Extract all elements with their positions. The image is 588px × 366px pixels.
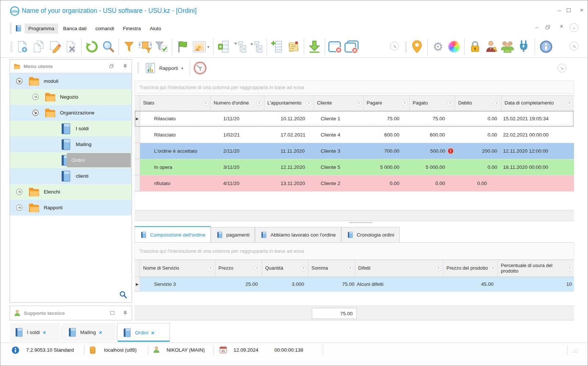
order-row[interactable]: In opera 3/11/20 12.11.2020 Cliente 5 5 …: [135, 159, 574, 175]
toolbar-overflow-icon[interactable]: ↘: [390, 42, 399, 50]
detail-row[interactable]: ▶ Servizio 3 25.00 3.000 75.00 Alcuni di…: [135, 277, 574, 292]
column-header-quantita[interactable]: Quantità: [262, 260, 309, 277]
tree-item-rapporti[interactable]: Rapporti: [10, 200, 132, 216]
info-icon[interactable]: [538, 38, 554, 56]
menubar-drag-handle[interactable]: [10, 23, 11, 34]
expand-tree-icon[interactable]: [248, 38, 264, 56]
image-icon[interactable]: ▾: [190, 38, 211, 56]
notes-icon[interactable]: [285, 38, 302, 56]
tree-item-clienti[interactable]: clienti: [10, 168, 132, 184]
minimize-button[interactable]: –: [555, 7, 564, 13]
edit-record-icon[interactable]: [47, 38, 63, 56]
mdi-minimize-button[interactable]: –: [532, 24, 542, 30]
expand-node-icon[interactable]: [16, 204, 23, 211]
color-wheel-icon[interactable]: [446, 38, 462, 56]
filter-apply-icon[interactable]: [153, 38, 170, 56]
copy-record-icon[interactable]: [31, 38, 47, 56]
mdi-restore-button[interactable]: [545, 24, 551, 32]
toolbar-drag-handle[interactable]: [11, 41, 12, 52]
add-row-icon[interactable]: [269, 38, 285, 56]
column-header-somma[interactable]: Somma: [309, 260, 355, 277]
flag-icon[interactable]: [174, 38, 190, 56]
column-header-stato[interactable]: Stato: [140, 96, 211, 110]
tab-abbiamo-lavorato[interactable]: Abbiamo lavorato con l'ordine: [255, 227, 341, 242]
toolbar-right-overflow-icon[interactable]: ↘: [570, 42, 578, 50]
close-tab-icon[interactable]: ×: [99, 329, 102, 335]
collapse-node-icon[interactable]: [16, 78, 23, 85]
lock-icon[interactable]: [467, 38, 483, 56]
expand-panel-icon[interactable]: [110, 311, 114, 315]
column-header-data[interactable]: Data di completamento: [502, 96, 574, 110]
detail-group-by-bar[interactable]: Trascina qui l'intestazione di una colon…: [135, 242, 574, 260]
expand-groups-icon[interactable]: [216, 38, 232, 56]
menu-banca-dati[interactable]: Banca dati: [60, 24, 90, 33]
doc-tab-mailing[interactable]: Mailing ×: [63, 323, 115, 342]
refresh-icon[interactable]: [84, 38, 100, 56]
menu-finestra[interactable]: Finestra: [119, 24, 145, 33]
menu-aiuto[interactable]: Aiuto: [146, 24, 165, 33]
search-icon[interactable]: [100, 38, 116, 56]
collapse-tree-icon[interactable]: [232, 38, 248, 56]
pin-panel-icon[interactable]: [122, 310, 128, 316]
menu-comandi[interactable]: comandi: [92, 24, 118, 33]
column-header-cliente[interactable]: Cliente: [314, 96, 364, 110]
expand-node-icon[interactable]: [32, 93, 39, 100]
toolbar2-drag-handle[interactable]: [405, 41, 407, 52]
tree-item-elenchi[interactable]: Elenchi: [10, 184, 132, 200]
close-button[interactable]: ×: [577, 7, 587, 14]
resize-grip[interactable]: .::: [573, 348, 578, 353]
orders-group-by-bar[interactable]: Trascina qui l'intestazione di una colon…: [135, 81, 574, 94]
tree-item-organizzazione[interactable]: Organizzazione: [10, 105, 132, 121]
report-toolbar-overflow-icon[interactable]: ↘: [557, 64, 566, 72]
tab-cronologia[interactable]: Cronologia ordini: [341, 227, 400, 242]
restore-panel-icon[interactable]: [108, 63, 114, 69]
users-group-icon[interactable]: [499, 38, 516, 56]
order-row[interactable]: L'ordine è accettato 2/11/20 11.11.2020 …: [135, 143, 574, 159]
tab-composizione[interactable]: Composizione dell'ordine: [135, 226, 211, 242]
maximize-button[interactable]: [567, 8, 571, 13]
close-all-windows-icon[interactable]: [343, 38, 360, 56]
calendar-icon[interactable]: 31: [220, 346, 227, 354]
tree-item-ordini[interactable]: Ordini: [10, 152, 132, 168]
support-panel-header[interactable]: Supporto tecnico: [10, 306, 132, 320]
column-header-pagato[interactable]: Pagato: [410, 96, 455, 110]
column-header-numero[interactable]: Numero d'ordine: [211, 96, 264, 110]
order-row[interactable]: rifiutato 4/11/20 13.11.2020 Cliente 2 0…: [135, 175, 574, 192]
new-record-icon[interactable]: [14, 38, 31, 56]
delete-record-icon[interactable]: [63, 38, 79, 56]
column-header-pagare[interactable]: Pagare: [364, 96, 410, 110]
doc-tab-ordini[interactable]: Ordini ×: [117, 323, 170, 342]
column-header-debito[interactable]: Debito: [455, 96, 502, 110]
order-row[interactable]: ▶ Rilasciato 1/11/20 10.11.2020 Cliente …: [135, 111, 574, 127]
filter-icon[interactable]: [121, 38, 137, 56]
mdi-close-button[interactable]: ×: [557, 23, 566, 30]
close-tab-icon[interactable]: ×: [43, 329, 46, 335]
column-header-prezzo[interactable]: Prezzo: [215, 260, 262, 277]
collapse-node-icon[interactable]: [32, 109, 39, 116]
tree-item-i-soldi[interactable]: I soldi: [10, 121, 132, 136]
plug-icon[interactable]: [516, 38, 532, 56]
close-tab-icon[interactable]: ×: [151, 330, 154, 336]
pin-panel-icon[interactable]: [122, 64, 128, 69]
doc-tab-i-soldi[interactable]: I soldi ×: [10, 323, 61, 342]
settings-gear-icon[interactable]: ⚙: [430, 38, 446, 56]
tree-search-icon[interactable]: [119, 291, 127, 299]
column-header-nome-servizio[interactable]: Nome di Servizio: [140, 260, 215, 277]
column-header-percentuale[interactable]: Percentuale di usura del prodotto: [498, 260, 574, 277]
tree-item-mailing[interactable]: Mailing: [10, 136, 132, 152]
close-window-icon[interactable]: [327, 38, 343, 56]
report-toolbar-drag-handle[interactable]: [138, 63, 139, 74]
column-header-appuntamento[interactable]: L'appuntamento: [264, 96, 314, 110]
scheduler-clock-icon[interactable]: [193, 61, 207, 75]
tree-item-negozio[interactable]: Negozio: [10, 89, 132, 105]
location-pin-icon[interactable]: [409, 38, 425, 56]
column-header-difetti[interactable]: Difetti: [355, 260, 443, 277]
order-row[interactable]: Rilasciato 1/02/21 17.02.2021 Cliente 4 …: [135, 127, 574, 143]
reports-button[interactable]: Rapporti ▾: [141, 61, 187, 75]
tab-pagamenti[interactable]: pagamenti: [211, 227, 255, 242]
menu-programma[interactable]: Programma: [25, 24, 58, 33]
splitter-handle[interactable]: [350, 222, 372, 224]
export-icon[interactable]: [306, 38, 322, 56]
menubar-overflow-icon[interactable]: ⌄: [570, 23, 578, 32]
filter-range-icon[interactable]: [137, 38, 153, 56]
